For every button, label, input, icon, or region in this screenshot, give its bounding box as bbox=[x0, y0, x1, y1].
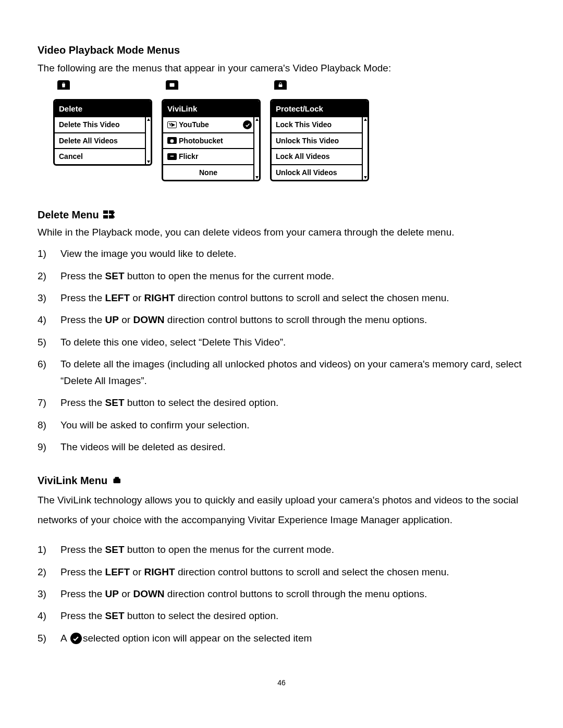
scroll-down-icon bbox=[255, 176, 259, 179]
step-text: A selected option icon will appear on th… bbox=[60, 630, 525, 647]
scrollbar bbox=[362, 117, 368, 180]
step-text: Press the SET button to select the desir… bbox=[60, 608, 525, 624]
step-number: 8) bbox=[38, 417, 60, 434]
step-number: 7) bbox=[38, 394, 60, 411]
menu-title: Delete bbox=[55, 101, 151, 117]
heading-video-playback-menus: Video Playback Mode Menus bbox=[38, 42, 525, 58]
delete-menu-intro: While in the Playback mode, you can dele… bbox=[38, 225, 525, 240]
step-text: Press the UP or DOWN direction control b… bbox=[60, 586, 525, 602]
step-number: 3) bbox=[38, 290, 60, 306]
menu-item: Delete This Video bbox=[55, 117, 145, 132]
svg-rect-9 bbox=[115, 477, 119, 479]
step-number: 5) bbox=[38, 334, 60, 351]
svg-rect-4 bbox=[103, 215, 108, 218]
delete-menu-icon bbox=[103, 210, 115, 219]
scroll-up-icon bbox=[147, 118, 150, 121]
step-text: To delete all the images (including all … bbox=[60, 356, 525, 390]
step-text: Press the SET button to select the desir… bbox=[60, 394, 525, 411]
scrollbar bbox=[253, 117, 259, 180]
menu-preview-vivilink: ViviLink Y▶ YouTube ◉ Photobucket bbox=[162, 90, 261, 181]
step-number: 4) bbox=[38, 608, 60, 624]
svg-rect-1 bbox=[279, 84, 283, 87]
step-number: 5) bbox=[38, 630, 60, 647]
step-text: You will be asked to confirm your select… bbox=[60, 417, 525, 434]
scroll-up-icon bbox=[255, 118, 259, 121]
scroll-up-icon bbox=[364, 118, 367, 121]
menu-item: ◉ Photobucket bbox=[163, 132, 253, 148]
scroll-down-icon bbox=[147, 161, 150, 163]
svg-rect-8 bbox=[114, 479, 121, 484]
step-number: 6) bbox=[38, 356, 60, 390]
intro-text: The following are the menus that appear … bbox=[38, 60, 525, 76]
lock-icon bbox=[274, 80, 287, 90]
vivilink-menu-intro: The ViviLink technology allows you to qu… bbox=[38, 490, 525, 530]
scrollbar bbox=[145, 117, 151, 164]
vivilink-menu-icon bbox=[112, 476, 123, 485]
trash-icon bbox=[57, 80, 70, 90]
svg-rect-0 bbox=[170, 83, 175, 87]
photobucket-icon: ◉ bbox=[167, 137, 177, 144]
vivilink-menu-steps: 1)Press the SET button to open the menus… bbox=[38, 541, 525, 646]
scroll-down-icon bbox=[364, 176, 367, 179]
menu-item: Unlock All Videos bbox=[272, 164, 362, 180]
step-text: Press the SET button to open the menus f… bbox=[60, 541, 525, 558]
step-text: Press the SET button to open the menus f… bbox=[60, 268, 525, 285]
step-text: Press the LEFT or RIGHT direction contro… bbox=[60, 564, 525, 581]
menu-title: ViviLink bbox=[163, 101, 259, 117]
page-number: 46 bbox=[38, 677, 525, 688]
menu-item: None bbox=[163, 164, 253, 180]
heading-vivilink-menu: ViviLink Menu bbox=[38, 472, 107, 489]
step-text: Press the UP or DOWN direction control b… bbox=[60, 312, 525, 328]
menu-item: Lock This Video bbox=[272, 117, 362, 132]
menu-item: Y▶ YouTube bbox=[163, 117, 253, 132]
vivilink-icon bbox=[166, 80, 178, 90]
step-number: 9) bbox=[38, 439, 60, 455]
menu-item: Unlock This Video bbox=[272, 132, 362, 148]
step-number: 1) bbox=[38, 541, 60, 558]
step-number: 1) bbox=[38, 245, 60, 262]
step-text: To delete this one video, select “Delete… bbox=[60, 334, 525, 351]
delete-menu-steps: 1)View the image you would like to delet… bbox=[38, 245, 525, 455]
flickr-icon: •• bbox=[167, 153, 177, 160]
menu-previews-row: Delete Delete This Video Delete All Vide… bbox=[53, 90, 525, 181]
menu-preview-protect: Protect/Lock Lock This Video Unlock This… bbox=[270, 90, 369, 181]
svg-rect-2 bbox=[103, 211, 108, 214]
step-text: Press the LEFT or RIGHT direction contro… bbox=[60, 290, 525, 306]
menu-item: Lock All Videos bbox=[272, 148, 362, 164]
selected-check-icon bbox=[243, 120, 252, 129]
menu-preview-delete: Delete Delete This Video Delete All Vide… bbox=[53, 90, 152, 181]
step-text: The videos will be deleted as desired. bbox=[60, 439, 525, 455]
heading-delete-menu: Delete Menu bbox=[38, 206, 99, 223]
step-number: 2) bbox=[38, 268, 60, 285]
step-text: View the image you would like to delete. bbox=[60, 245, 525, 262]
selected-check-icon bbox=[70, 633, 82, 644]
step-number: 4) bbox=[38, 312, 60, 328]
menu-title: Protect/Lock bbox=[272, 101, 368, 117]
step-number: 2) bbox=[38, 564, 60, 581]
menu-item: Cancel bbox=[55, 148, 145, 164]
youtube-icon: Y▶ bbox=[167, 121, 177, 128]
menu-item: •• Flickr bbox=[163, 148, 253, 164]
step-number: 3) bbox=[38, 586, 60, 602]
menu-item: Delete All Videos bbox=[55, 132, 145, 148]
